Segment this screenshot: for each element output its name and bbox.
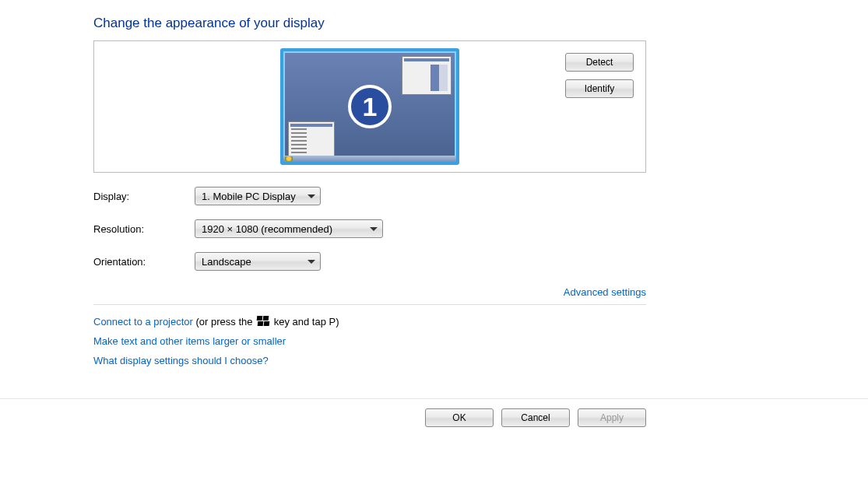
connect-projector-link[interactable]: Connect to a projector [93,316,193,328]
apply-button: Apply [578,408,646,427]
resolution-dropdown-value: 1920 × 1080 (recommended) [202,223,332,235]
chevron-down-icon [307,194,315,198]
orientation-dropdown[interactable]: Landscape [195,252,321,271]
text-size-link[interactable]: Make text and other items larger or smal… [93,335,286,347]
display-label: Display: [93,191,195,202]
advanced-settings-link[interactable]: Advanced settings [564,286,646,298]
preview-window-icon [402,56,452,95]
help-link[interactable]: What display settings should I choose? [93,355,269,366]
preview-taskbar [283,156,456,162]
resolution-dropdown[interactable]: 1920 × 1080 (recommended) [195,219,383,238]
preview-window-icon [288,121,335,157]
projector-hint-prefix: (or press the [193,316,255,328]
orientation-dropdown-value: Landscape [202,256,251,268]
cancel-button[interactable]: Cancel [501,408,570,427]
chevron-down-icon [370,227,378,231]
identify-button[interactable]: Identify [565,79,634,98]
footer-divider [0,398,868,399]
chevron-down-icon [307,260,315,264]
monitor-number-badge: 1 [348,85,392,128]
display-dropdown[interactable]: 1. Mobile PC Display [195,187,321,205]
page-heading: Change the appearance of your display [93,16,646,31]
ok-button[interactable]: OK [425,408,494,427]
windows-key-icon [257,316,269,327]
projector-hint-suffix: key and tap P) [271,316,339,328]
orientation-label: Orientation: [93,256,195,268]
detect-button[interactable]: Detect [565,53,634,72]
display-dropdown-value: 1. Mobile PC Display [202,191,296,202]
divider [93,304,646,305]
display-preview-area: 1 Detect Identify [93,40,646,173]
monitor-1-preview[interactable]: 1 [280,48,459,165]
resolution-label: Resolution: [93,223,195,235]
